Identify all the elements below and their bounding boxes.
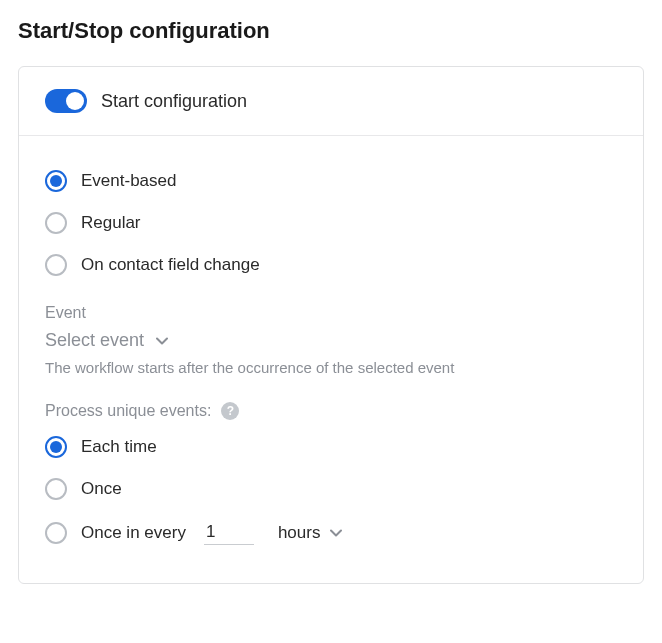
chevron-down-icon <box>330 527 342 539</box>
config-card: Start configuration Event-based Regular … <box>18 66 644 584</box>
toggle-knob <box>66 92 84 110</box>
trigger-option-regular[interactable]: Regular <box>45 202 617 244</box>
trigger-option-contact-field-change[interactable]: On contact field change <box>45 244 617 286</box>
page-title: Start/Stop configuration <box>18 18 644 44</box>
start-config-label: Start configuration <box>101 91 247 112</box>
radio-icon <box>45 522 67 544</box>
radio-icon <box>45 478 67 500</box>
event-select[interactable]: Select event <box>45 330 617 351</box>
process-label: Process unique events: <box>45 402 211 420</box>
radio-label: On contact field change <box>81 255 260 275</box>
event-section-label: Event <box>45 304 617 322</box>
radio-icon <box>45 212 67 234</box>
help-icon[interactable]: ? <box>221 402 239 420</box>
radio-label: Event-based <box>81 171 176 191</box>
radio-icon <box>45 254 67 276</box>
chevron-down-icon <box>156 335 168 347</box>
radio-label: Each time <box>81 437 157 457</box>
process-option-once[interactable]: Once <box>45 468 617 510</box>
card-body: Event-based Regular On contact field cha… <box>19 136 643 583</box>
process-option-each-time[interactable]: Each time <box>45 426 617 468</box>
radio-icon <box>45 436 67 458</box>
event-helper-text: The workflow starts after the occurrence… <box>45 359 617 376</box>
radio-label: Regular <box>81 213 141 233</box>
interval-unit-label: hours <box>278 523 321 543</box>
event-select-placeholder: Select event <box>45 330 144 351</box>
process-label-row: Process unique events: ? <box>45 402 617 420</box>
process-option-once-in-every[interactable]: Once in every hours <box>45 510 617 555</box>
interval-value-input[interactable] <box>204 520 254 545</box>
trigger-option-event-based[interactable]: Event-based <box>45 160 617 202</box>
interval-unit-select[interactable]: hours <box>278 523 343 543</box>
card-header: Start configuration <box>19 67 643 136</box>
radio-icon <box>45 170 67 192</box>
radio-label: Once in every <box>81 523 186 543</box>
start-config-toggle[interactable] <box>45 89 87 113</box>
radio-label: Once <box>81 479 122 499</box>
